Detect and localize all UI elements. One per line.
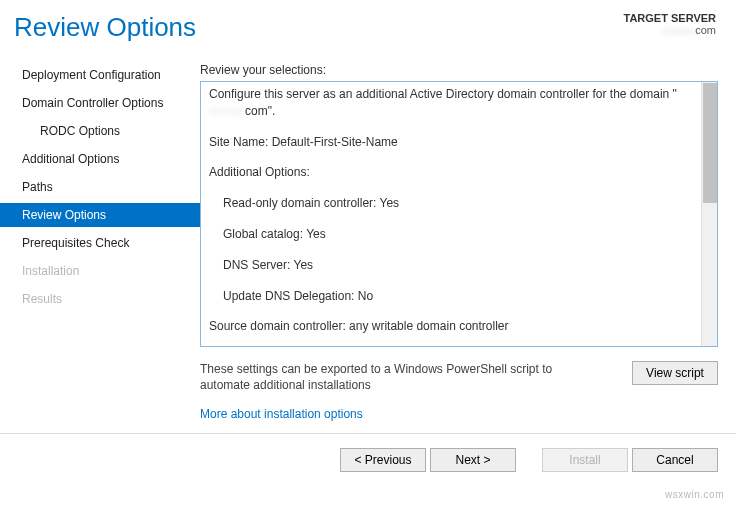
sidebar-item-installation: Installation [0, 259, 200, 283]
target-server-host-blur: ——— [662, 24, 695, 36]
install-button: Install [542, 448, 628, 472]
previous-button[interactable]: < Previous [340, 448, 426, 472]
site-name-value: Default-First-Site-Name [272, 135, 398, 149]
view-script-button[interactable]: View script [632, 361, 718, 385]
sidebar-item-rodc-options[interactable]: RODC Options [0, 119, 200, 143]
sidebar-item-domain-controller-options[interactable]: Domain Controller Options [0, 91, 200, 115]
review-line-configure-suffix: com". [245, 104, 275, 118]
scrollbar[interactable] [701, 82, 717, 346]
target-server-host-suffix: com [695, 24, 716, 36]
sidebar-item-deployment-configuration[interactable]: Deployment Configuration [0, 63, 200, 87]
delegation-label: Update DNS Delegation: [223, 289, 354, 303]
review-line-configure-blur: ——— [209, 103, 245, 120]
review-line-gc: Global catalog: Yes [209, 226, 695, 243]
next-button[interactable]: Next > [430, 448, 516, 472]
review-selections-box: Configure this server as an additional A… [200, 81, 718, 347]
rodc-label: Read-only domain controller: [223, 196, 376, 210]
review-line-dns: DNS Server: Yes [209, 257, 695, 274]
cancel-button[interactable]: Cancel [632, 448, 718, 472]
target-server-label: TARGET SERVER [624, 12, 717, 24]
watermark: wsxwin.com [665, 489, 724, 500]
wizard-sidebar: Deployment ConfigurationDomain Controlle… [0, 61, 200, 433]
review-line-rodc: Read-only domain controller: Yes [209, 195, 695, 212]
source-dc-value: any writable domain controller [349, 319, 508, 333]
dns-label: DNS Server: [223, 258, 290, 272]
sidebar-item-results: Results [0, 287, 200, 311]
source-dc-label: Source domain controller: [209, 319, 346, 333]
sidebar-item-paths[interactable]: Paths [0, 175, 200, 199]
rodc-value: Yes [380, 196, 400, 210]
gc-label: Global catalog: [223, 227, 303, 241]
review-line-sitename: Site Name: Default-First-Site-Name [209, 134, 695, 151]
dns-value: Yes [293, 258, 313, 272]
scrollbar-thumb[interactable] [703, 83, 717, 203]
more-about-link[interactable]: More about installation options [200, 407, 718, 421]
site-name-label: Site Name: [209, 135, 268, 149]
review-line-source-dc: Source domain controller: any writable d… [209, 318, 695, 335]
review-line-configure-prefix: Configure this server as an additional A… [209, 87, 677, 101]
review-selections-label: Review your selections: [200, 63, 718, 77]
sidebar-item-review-options[interactable]: Review Options [0, 203, 200, 227]
review-line-delegation: Update DNS Delegation: No [209, 288, 695, 305]
review-line-configure: Configure this server as an additional A… [209, 86, 695, 120]
sidebar-item-additional-options[interactable]: Additional Options [0, 147, 200, 171]
sidebar-item-prerequisites-check[interactable]: Prerequisites Check [0, 231, 200, 255]
gc-value: Yes [306, 227, 326, 241]
target-server-host: ———com [624, 24, 717, 36]
page-title: Review Options [14, 12, 196, 43]
export-description: These settings can be exported to a Wind… [200, 361, 600, 393]
target-server-block: TARGET SERVER ———com [624, 12, 717, 36]
delegation-value: No [358, 289, 373, 303]
review-line-additional-options: Additional Options: [209, 164, 695, 181]
wizard-footer: < Previous Next > Install Cancel [0, 433, 736, 485]
